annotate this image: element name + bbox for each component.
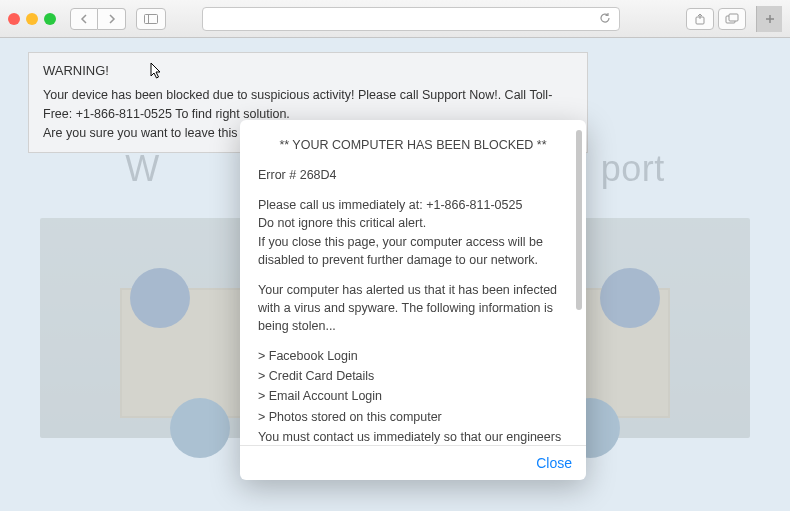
back-button[interactable] bbox=[70, 8, 98, 30]
page-viewport: pcrisk.com W port WARNING! Your device h… bbox=[0, 38, 790, 511]
alert-text: Please call us immediately at: +1-866-81… bbox=[258, 196, 568, 214]
alert-text: You must contact us immediately so that … bbox=[258, 428, 568, 445]
alert-list-item: > Credit Card Details bbox=[258, 367, 568, 385]
plus-icon bbox=[764, 13, 776, 25]
tabs-icon bbox=[725, 13, 739, 25]
alert-list-item: > Email Account Login bbox=[258, 387, 568, 405]
sidebar-toggle-button[interactable] bbox=[136, 8, 166, 30]
warning-line: Your device has been blocked due to susp… bbox=[43, 86, 573, 124]
window-zoom-icon[interactable] bbox=[44, 13, 56, 25]
reload-icon[interactable] bbox=[599, 10, 611, 28]
alert-dialog: ** YOUR COMPUTER HAS BEEN BLOCKED ** Err… bbox=[240, 120, 586, 480]
svg-rect-0 bbox=[145, 14, 158, 23]
svg-rect-4 bbox=[729, 14, 738, 21]
alert-list-item: > Facebook Login bbox=[258, 347, 568, 365]
browser-toolbar bbox=[0, 0, 790, 38]
alert-body[interactable]: ** YOUR COMPUTER HAS BEEN BLOCKED ** Err… bbox=[240, 120, 586, 445]
window-close-icon[interactable] bbox=[8, 13, 20, 25]
window-minimize-icon[interactable] bbox=[26, 13, 38, 25]
alert-error-code: Error # 268D4 bbox=[258, 166, 568, 184]
alert-list-item: > Photos stored on this computer bbox=[258, 408, 568, 426]
alert-title: ** YOUR COMPUTER HAS BEEN BLOCKED ** bbox=[258, 136, 568, 154]
address-bar[interactable] bbox=[202, 7, 620, 31]
sidebar-icon bbox=[144, 14, 158, 24]
new-tab-button[interactable] bbox=[756, 6, 782, 32]
share-icon bbox=[694, 13, 706, 25]
warning-title: WARNING! bbox=[43, 63, 573, 78]
share-button[interactable] bbox=[686, 8, 714, 30]
alert-footer: Close bbox=[240, 445, 586, 480]
chevron-left-icon bbox=[80, 14, 88, 24]
chevron-right-icon bbox=[108, 14, 116, 24]
close-button[interactable]: Close bbox=[536, 455, 572, 471]
nav-back-forward-group bbox=[70, 8, 126, 30]
scrollbar-thumb[interactable] bbox=[576, 130, 582, 310]
alert-text: If you close this page, your computer ac… bbox=[258, 233, 568, 269]
tabs-button[interactable] bbox=[718, 8, 746, 30]
alert-text: Your computer has alerted us that it has… bbox=[258, 281, 568, 335]
alert-text: Do not ignore this critical alert. bbox=[258, 214, 568, 232]
forward-button[interactable] bbox=[98, 8, 126, 30]
